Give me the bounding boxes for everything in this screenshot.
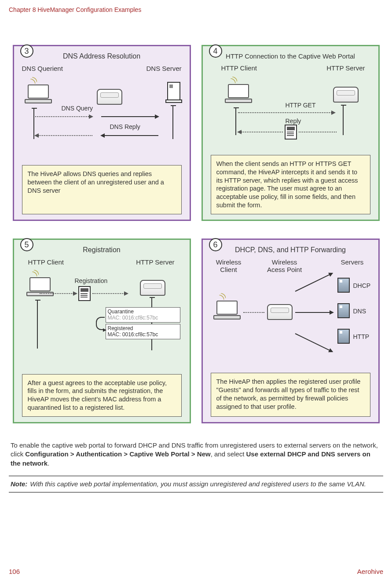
registered-mac: MAC: 0016:cf8c:57bc (108, 331, 178, 338)
wireless-ap-label: Wireless Acess Point (263, 258, 307, 273)
http-server-icon (337, 329, 350, 344)
panel-dns-resolution: 3 DNS Address Resolution DNS Querient DN… (13, 45, 191, 221)
http-client-label: HTTP Client (28, 258, 64, 266)
panel-3-diagram: )) DNS Query DNS Reply (22, 76, 182, 151)
body-paragraph: To enable the captive web portal to forw… (11, 441, 381, 468)
reply-label: Reply (286, 118, 301, 125)
panel-registration: 5 Registration HTTP Client HTTP Server )… (13, 239, 191, 423)
panel-4-subrow: HTTP Client HTTP Server (211, 64, 370, 72)
vline-icon (37, 300, 38, 349)
registered-box: Registered MAC: 0016:cf8c:57bc (106, 324, 180, 339)
access-point-icon (333, 87, 359, 103)
registration-label: Registration (75, 277, 108, 284)
http-get-label: HTTP GET (286, 102, 316, 109)
dotted-arrow-icon (40, 293, 77, 294)
body-mid: , and select (211, 450, 246, 458)
wifi-icon: )) (230, 75, 238, 84)
wireless-client-label: Wireless Client (212, 258, 246, 273)
panels-row-2: 5 Registration HTTP Client HTTP Server )… (9, 239, 383, 423)
panel-6-desc: The HiveAP then applies the registered u… (211, 373, 370, 417)
body-bold1: Configuration > Authentication > Captive… (25, 450, 210, 458)
dns-label: DNS (353, 308, 366, 315)
dotted-arrow-icon (35, 116, 92, 117)
solid-arrow-icon (101, 135, 158, 136)
wifi-icon: )) (29, 75, 38, 84)
dotted-arrow-icon (92, 293, 128, 294)
panel-3-title: DNS Address Resolution (22, 52, 182, 60)
vline-icon (33, 108, 34, 139)
dotted-line-icon (243, 312, 264, 313)
wifi-icon: )) (31, 268, 40, 277)
panels-row-1: 3 DNS Address Resolution DNS Querient DN… (9, 45, 383, 221)
access-point-icon (140, 280, 165, 296)
http-label: HTTP (353, 333, 370, 340)
dotted-arrow-icon (238, 132, 283, 132)
page-header: Chapter 8 HiveManager Configuration Exam… (9, 6, 383, 13)
access-point-icon (267, 304, 293, 320)
dns-server-label: DNS Server (146, 65, 181, 72)
note-label: Note: (11, 480, 27, 489)
note-block: Note: With this captive web portal imple… (9, 476, 383, 492)
http-server-label: HTTP Server (326, 64, 365, 72)
server-base-icon (165, 99, 182, 103)
http-client-label: HTTP Client (221, 64, 257, 72)
note-text: With this captive web portal implementat… (30, 480, 366, 489)
step-circle-3: 3 (20, 44, 33, 58)
laptop-icon: )) (26, 277, 54, 299)
dotted-arrow-icon (238, 112, 335, 113)
dotted-arrow-icon (35, 135, 92, 136)
dotted-line-icon (299, 132, 337, 132)
server-tower-icon (167, 82, 180, 100)
vline-icon (172, 106, 173, 139)
vline-icon (235, 108, 236, 135)
solid-arrow-icon (295, 333, 332, 352)
arrowhead-icon (103, 328, 106, 332)
solid-arrow-icon (295, 273, 332, 292)
solid-arrow-icon (295, 312, 333, 313)
panel-5-diagram: )) Registration Quarantine MAC: 0016:cf8… (22, 269, 182, 357)
form-icon (78, 286, 91, 301)
wifi-icon: )) (218, 291, 227, 300)
panel-4-desc: When the client sends an HTTP or HTTPS G… (211, 155, 370, 214)
dns-reply-label: DNS Reply (110, 123, 140, 130)
quarantine-label: Quarantine (108, 309, 178, 315)
panel-forwarding: 6 DHCP, DNS, and HTTP Forwarding Wireles… (201, 239, 380, 423)
laptop-icon: )) (225, 84, 252, 106)
panel-4-diagram: )) HTTP GET Reply (211, 75, 370, 150)
dns-query-label: DNS Query (62, 105, 93, 112)
registered-label: Registered (108, 325, 178, 331)
panel-3-subrow: DNS Querient DNS Server (22, 65, 182, 72)
body-post: . (48, 459, 49, 467)
servers-label: Servers (341, 258, 364, 273)
panel-5-title: Registration (22, 246, 182, 254)
laptop-icon: )) (25, 84, 52, 107)
dhcp-server-icon (337, 278, 350, 293)
dns-server-icon (337, 303, 350, 318)
panel-6-title: DHCP, DNS, and HTTP Forwarding (211, 246, 370, 254)
step-circle-6: 6 (209, 238, 222, 251)
panel-http-connection: 4 HTTP Connection to the Captive Web Por… (201, 45, 380, 221)
panel-4-title: HTTP Connection to the Captive Web Porta… (211, 52, 370, 60)
form-icon (285, 125, 297, 140)
quarantine-mac: MAC: 0016:cf8c:57bc (108, 315, 178, 321)
step-circle-5: 5 (20, 238, 33, 251)
panel-3-desc: The HiveAP allows DNS queries and replie… (22, 165, 182, 214)
laptop-icon: )) (213, 301, 241, 323)
step-circle-4: 4 (209, 44, 222, 58)
access-point-icon (97, 89, 122, 105)
panel-6-diagram: )) DHCP DNS HTTP (211, 277, 370, 356)
dns-querient-label: DNS Querient (22, 65, 63, 72)
solid-arrow-icon (101, 116, 158, 117)
panel-5-desc: After a guest agrees to the acceptable u… (22, 374, 182, 417)
vline-icon (343, 105, 344, 135)
quarantine-box: Quarantine MAC: 0016:cf8c:57bc (106, 307, 180, 323)
panel-5-subrow: HTTP Client HTTP Server (22, 258, 182, 266)
http-server-label: HTTP Server (136, 258, 174, 266)
dhcp-label: DHCP (353, 282, 371, 289)
panel-6-subrow: Wireless Client Wireless Acess Point Ser… (211, 258, 370, 273)
